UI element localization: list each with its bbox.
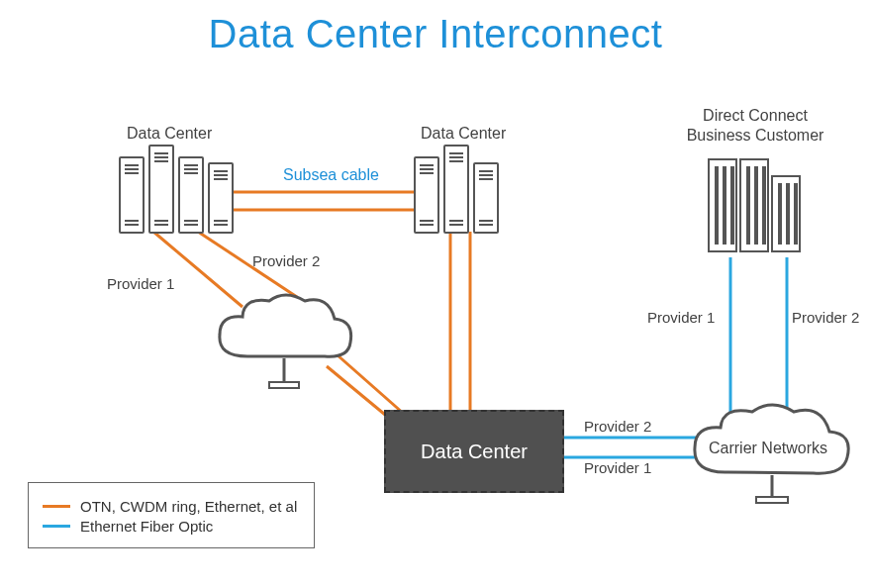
server-icon	[148, 145, 174, 234]
legend-swatch-orange-icon	[43, 505, 70, 508]
server-icon	[178, 156, 204, 234]
building-part-icon	[739, 158, 769, 252]
legend-row-blue: Ethernet Fiber Optic	[43, 518, 298, 535]
label-provider2-vertical: Provider 2	[792, 309, 859, 326]
server-icon	[119, 156, 145, 234]
label-direct-connect-2: Business Customer	[671, 127, 839, 145]
label-provider1-bridge: Provider 1	[584, 459, 651, 476]
label-direct-connect-1: Direct Connect	[671, 107, 839, 125]
diagram-title: Data Center Interconnect	[0, 12, 871, 56]
server-icon	[208, 162, 234, 234]
server-rack-right	[414, 145, 499, 234]
label-subsea: Subsea cable	[283, 166, 379, 184]
label-dc-right: Data Center	[421, 125, 506, 143]
legend-swatch-blue-icon	[43, 525, 70, 528]
server-icon	[443, 145, 469, 234]
datacenter-box-label: Data Center	[421, 441, 528, 463]
legend-row-orange: OTN, CWDM ring, Ethernet, et al	[43, 498, 298, 515]
server-rack-left	[119, 145, 234, 234]
building-icon	[708, 158, 801, 252]
svg-rect-13	[269, 382, 299, 388]
legend-text-blue: Ethernet Fiber Optic	[80, 518, 213, 535]
building-part-icon	[771, 175, 801, 252]
label-provider2-bridge: Provider 2	[584, 418, 651, 435]
legend-box: OTN, CWDM ring, Ethernet, et al Ethernet…	[28, 482, 315, 548]
server-icon	[414, 156, 439, 234]
server-icon	[473, 162, 499, 234]
label-dc-left: Data Center	[127, 125, 212, 143]
label-carrier: Carrier Networks	[709, 440, 827, 457]
datacenter-box: Data Center	[384, 410, 564, 493]
cloud-carrier-icon	[683, 398, 861, 517]
label-provider2-top: Provider 2	[252, 252, 320, 269]
svg-rect-15	[756, 497, 788, 503]
label-provider1-left: Provider 1	[107, 275, 174, 292]
building-part-icon	[708, 158, 737, 252]
label-provider1-vertical: Provider 1	[647, 309, 715, 326]
legend-text-orange: OTN, CWDM ring, Ethernet, et al	[80, 498, 297, 515]
cloud-icon	[208, 287, 361, 401]
